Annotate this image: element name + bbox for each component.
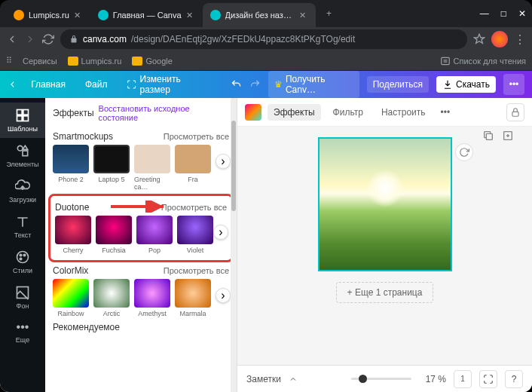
duplicate-icon[interactable] [482, 130, 494, 142]
svg-rect-0 [441, 57, 449, 64]
canvas-tabs: Эффекты Фильтр Настроить ••• [237, 98, 532, 127]
back-icon[interactable] [6, 33, 18, 45]
mockup-item[interactable]: Phone 2 [53, 145, 89, 183]
chevron-up-icon[interactable] [289, 375, 298, 384]
close-icon[interactable]: ✕ [299, 11, 308, 20]
download-button[interactable]: Скачать [436, 76, 496, 93]
svg-rect-15 [512, 112, 518, 116]
text-icon [15, 214, 30, 229]
lock-button[interactable] [506, 103, 524, 121]
mockup-item[interactable]: Laptop 5 [93, 145, 130, 183]
premium-button[interactable]: ♛ Получить Canv… [268, 71, 359, 98]
duotone-item[interactable]: Pop [136, 216, 173, 254]
apps-icon[interactable]: ⠿ [6, 56, 12, 66]
duotone-item[interactable]: Cherry [55, 216, 91, 254]
share-button[interactable]: Поделиться [367, 76, 429, 93]
svg-rect-8 [23, 151, 28, 156]
styles-icon [15, 250, 30, 265]
help-button[interactable]: ? [505, 370, 523, 388]
colormix-item[interactable]: Rainbow [53, 279, 89, 317]
svg-rect-4 [23, 110, 29, 115]
bookmark-google[interactable]: Google [132, 57, 172, 66]
canva-toolbar: Главная Файл Изменить размер ♛ Получить … [0, 71, 532, 98]
rail-more[interactable]: ••• Еще [0, 315, 45, 349]
bookmark-icon[interactable] [473, 33, 485, 45]
forward-icon[interactable] [24, 33, 36, 45]
minimize-icon[interactable]: — [480, 8, 489, 19]
effects-panel: Эффекты Восстановить исходное состояние … [45, 98, 237, 392]
address-bar: canva.com /design/DAEnEqtj2gw/XzFEDkU4pp… [0, 27, 532, 51]
mockup-item[interactable]: Greeting ca… [134, 145, 170, 191]
fullscreen-button[interactable] [479, 370, 497, 388]
colormix-item[interactable]: Marmala [175, 279, 211, 317]
lock-icon [69, 35, 78, 44]
folder-icon [132, 57, 142, 66]
rail-styles[interactable]: Стили [0, 244, 45, 280]
notes-button[interactable]: Заметки [246, 374, 281, 384]
sun-highlight [366, 170, 404, 207]
folder-icon [68, 57, 78, 66]
duotone-title: Duotone [55, 202, 89, 213]
maximize-icon[interactable]: □ [501, 8, 506, 19]
list-icon [440, 56, 451, 66]
menu-icon[interactable]: ⋮ [514, 32, 526, 47]
home-button[interactable]: Главная [25, 76, 72, 93]
tab-label: Lumpics.ru [29, 11, 69, 20]
bookmark-bar: ⠿ Сервисы Lumpics.ru Google Список для ч… [0, 51, 532, 71]
close-window-icon[interactable]: ✕ [518, 8, 526, 19]
download-icon [442, 79, 453, 90]
close-icon[interactable]: ✕ [186, 11, 195, 20]
rail-uploads[interactable]: Загрузки [0, 173, 45, 209]
reload-icon[interactable] [42, 33, 54, 45]
redo-icon[interactable] [249, 78, 261, 90]
more-icon[interactable]: ••• [441, 107, 451, 118]
tab-label: Главная — Canva [113, 11, 182, 20]
svg-point-11 [23, 254, 26, 256]
new-tab-button[interactable]: + [320, 5, 338, 23]
duotone-item[interactable]: Fuchsia [96, 216, 132, 254]
duotone-item[interactable]: Violet [177, 216, 213, 254]
colormix-item[interactable]: Amethyst [134, 279, 170, 317]
bookmark-services[interactable]: Сервисы [23, 57, 57, 66]
canvas-main[interactable]: + Еще 1 страница [237, 127, 532, 365]
more-button[interactable]: › [216, 154, 231, 169]
profile-avatar[interactable] [491, 31, 508, 47]
file-button[interactable]: Файл [79, 76, 114, 93]
resize-button[interactable]: Изменить размер [121, 71, 215, 98]
rail-background[interactable]: Фон [0, 280, 45, 315]
restore-link[interactable]: Восстановить исходное состояние [99, 104, 229, 122]
bookmark-lumpics[interactable]: Lumpics.ru [68, 57, 122, 66]
color-swatch[interactable] [245, 104, 261, 121]
tab-effects[interactable]: Эффекты [268, 104, 321, 121]
more-button[interactable]: › [216, 288, 231, 303]
svg-rect-6 [23, 116, 29, 121]
colormix-item[interactable]: Arctic [93, 279, 130, 317]
close-icon[interactable]: ✕ [74, 11, 83, 20]
rail-text[interactable]: Текст [0, 209, 45, 244]
tab-adjust[interactable]: Настроить [375, 104, 432, 121]
zoom-slider[interactable] [351, 378, 411, 380]
add-page-icon[interactable] [502, 130, 514, 142]
more-button[interactable]: › [213, 225, 228, 240]
publish-button[interactable]: ••• [503, 74, 524, 95]
svg-point-9 [17, 252, 29, 263]
rail-templates[interactable]: Шаблоны [0, 103, 45, 138]
page-count-button[interactable]: 1 [454, 370, 472, 388]
panel-scrollbar[interactable] [231, 98, 237, 392]
canvas-image[interactable] [318, 137, 452, 271]
browser-tab-0[interactable]: Lumpics.ru ✕ [6, 3, 90, 27]
back-arrow-icon[interactable] [8, 79, 17, 90]
view-all-link[interactable]: Просмотреть все [164, 266, 229, 275]
browser-tab-1[interactable]: Главная — Canva ✕ [90, 3, 203, 27]
canvas-area: Эффекты Фильтр Настроить ••• + Еще 1 стр… [237, 98, 532, 392]
add-page-button[interactable]: + Еще 1 страница [336, 282, 434, 303]
reading-list[interactable]: Список для чтения [440, 56, 526, 66]
mockup-item[interactable]: Fra [175, 145, 211, 183]
rail-elements[interactable]: Элементы [0, 138, 45, 173]
browser-tab-2[interactable]: Дизайн без названия — 1481 ✕ [203, 3, 316, 27]
tab-filter[interactable]: Фильтр [327, 104, 369, 121]
url-field[interactable]: canva.com /design/DAEnEqtj2gw/XzFEDkU4pp… [60, 29, 467, 49]
reset-transform-button[interactable] [455, 143, 473, 161]
view-all-link[interactable]: Просмотреть все [164, 132, 229, 141]
undo-icon[interactable] [231, 78, 242, 90]
